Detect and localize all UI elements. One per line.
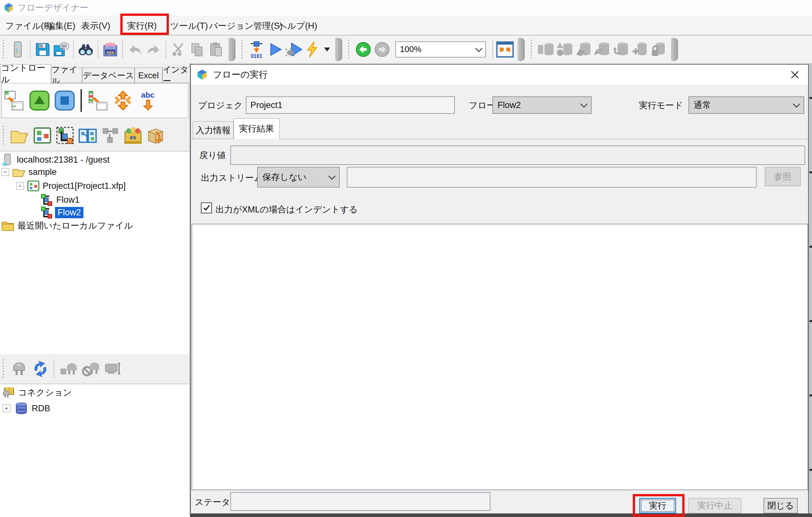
editor-scrollbar-sliver[interactable] bbox=[809, 63, 812, 517]
tree-server-row[interactable]: localhost:21381 - /guest bbox=[2, 153, 110, 166]
db-tool-3-button[interactable] bbox=[574, 39, 593, 60]
text-extract-tool[interactable]: abc bbox=[136, 88, 161, 114]
system-variables-button[interactable]: sys bbox=[101, 39, 120, 60]
browse-button[interactable]: 参照 bbox=[765, 167, 801, 186]
db-tool-5-button[interactable] bbox=[611, 39, 630, 60]
connection-rdb-row[interactable]: RDB bbox=[3, 402, 50, 415]
split-tool[interactable] bbox=[110, 88, 136, 114]
copy-button[interactable] bbox=[187, 39, 206, 60]
run-output-area[interactable] bbox=[192, 224, 808, 490]
tree-sample-row[interactable]: sample bbox=[1, 167, 57, 177]
flow-combo[interactable]: Flow2 bbox=[492, 96, 592, 114]
control-palette: abc bbox=[1, 83, 188, 118]
folder-closed-icon bbox=[1, 220, 14, 231]
connect-rename-button[interactable] bbox=[102, 357, 125, 381]
redo-button[interactable] bbox=[144, 39, 163, 60]
palette-tab-database[interactable]: データベース bbox=[82, 68, 135, 83]
menu-edit[interactable]: 編集(E) bbox=[46, 20, 76, 32]
tree-view-button[interactable] bbox=[99, 123, 122, 148]
undo-icon bbox=[126, 42, 143, 57]
deploy-button[interactable] bbox=[144, 123, 167, 148]
open-project-button[interactable] bbox=[8, 123, 31, 148]
server-button[interactable] bbox=[8, 39, 27, 60]
tab-input-info[interactable]: 入力情報 bbox=[193, 121, 234, 139]
menu-version[interactable]: バージョン管理(S) bbox=[209, 20, 283, 32]
menu-run[interactable]: 実行(R) bbox=[127, 20, 156, 32]
db-tool-4-button[interactable] bbox=[593, 39, 611, 60]
find-button[interactable] bbox=[76, 39, 95, 60]
menu-tools[interactable]: ツール(T) bbox=[170, 20, 208, 32]
status-field[interactable] bbox=[230, 492, 490, 511]
quick-run-button[interactable] bbox=[303, 39, 322, 60]
find-icon bbox=[77, 42, 94, 57]
forward-button[interactable] bbox=[373, 39, 392, 60]
db-tool-6-button[interactable] bbox=[630, 39, 649, 60]
connect-button[interactable] bbox=[8, 357, 30, 381]
menu-view[interactable]: 表示(V) bbox=[81, 20, 110, 32]
back-button[interactable] bbox=[354, 39, 373, 60]
table-copy-icon bbox=[4, 90, 25, 111]
menu-file[interactable]: ファイル(F) bbox=[5, 20, 52, 32]
run-button-toolbar[interactable] bbox=[266, 39, 285, 60]
open-flow-button[interactable] bbox=[76, 123, 99, 148]
cut-button[interactable] bbox=[169, 39, 187, 60]
tree-recent-row[interactable]: 最近開いたローカルファイル bbox=[1, 220, 133, 232]
collapse-icon[interactable] bbox=[1, 168, 9, 176]
record-table-icon bbox=[87, 90, 108, 111]
record-table-tool[interactable] bbox=[85, 88, 110, 114]
start-node-tool[interactable] bbox=[27, 88, 52, 114]
indent-checkbox[interactable] bbox=[201, 203, 212, 213]
quick-run-dropdown[interactable] bbox=[322, 39, 332, 60]
end-node-tool[interactable] bbox=[52, 88, 77, 114]
tab-run-result[interactable]: 実行結果 bbox=[234, 118, 280, 139]
mode-combo[interactable]: 通常 bbox=[689, 96, 804, 114]
stream-path-field[interactable] bbox=[347, 167, 757, 187]
main-toolbar: sys 0101 100% bbox=[0, 36, 812, 64]
palette-tab-excel[interactable]: Excel bbox=[135, 68, 163, 83]
tree-nodes-icon bbox=[101, 127, 119, 144]
undo-button[interactable] bbox=[125, 39, 144, 60]
tree-flow1-row[interactable]: Flow1 bbox=[40, 194, 80, 206]
db-tool-7-button[interactable] bbox=[649, 39, 668, 60]
db-tool-1-button[interactable] bbox=[536, 39, 555, 60]
menu-help[interactable]: ヘルプ(H) bbox=[278, 20, 317, 32]
connect-save-button[interactable] bbox=[57, 357, 80, 381]
collapse-icon[interactable] bbox=[16, 182, 24, 190]
zoom-combo[interactable]: 100% bbox=[395, 41, 486, 58]
dialog-close-button[interactable] bbox=[787, 67, 802, 82]
dialog-bottom-edge bbox=[190, 513, 812, 517]
tree-flow2-row[interactable]: Flow2 bbox=[40, 206, 84, 219]
palette-tab-file[interactable]: ファイル bbox=[51, 68, 82, 83]
db-alert-icon bbox=[555, 41, 574, 58]
db-tool-2-button[interactable] bbox=[555, 39, 574, 60]
abort-button[interactable]: 実行中止 bbox=[688, 498, 742, 513]
db-define-icon bbox=[537, 41, 555, 58]
paste-button[interactable] bbox=[206, 39, 225, 60]
return-value-field[interactable] bbox=[230, 146, 805, 165]
stream-mode-combo[interactable]: 保存しない bbox=[257, 167, 340, 187]
toolbar-group-end bbox=[335, 38, 342, 61]
compile-icon: 0101 bbox=[248, 40, 265, 59]
refresh-button[interactable] bbox=[30, 357, 51, 381]
save-as-button[interactable] bbox=[52, 39, 70, 60]
save-button[interactable] bbox=[33, 39, 52, 60]
palette-tab-interface[interactable]: インター bbox=[163, 68, 190, 83]
select-nodes-button[interactable] bbox=[54, 123, 76, 148]
table-copy-tool[interactable] bbox=[2, 88, 27, 114]
tree-project-row[interactable]: Project1[Project1.xfp] bbox=[16, 180, 126, 191]
expand-icon[interactable] bbox=[3, 404, 10, 412]
connection-root-label: コネクション bbox=[18, 387, 72, 398]
rename-icon bbox=[104, 361, 123, 377]
compile-button[interactable]: 0101 bbox=[247, 39, 266, 60]
run-button[interactable]: 実行 bbox=[639, 498, 676, 513]
close-button[interactable]: 閉じる bbox=[763, 498, 798, 513]
new-form-button[interactable] bbox=[31, 123, 54, 148]
debug-run-button[interactable] bbox=[285, 39, 303, 60]
extensions-button[interactable]: ex bbox=[122, 123, 144, 148]
server-icon bbox=[11, 41, 25, 58]
project-field[interactable]: Project1 bbox=[246, 96, 455, 114]
palette-tab-control[interactable]: コントロール bbox=[1, 64, 51, 83]
connection-root-row[interactable]: コネクション bbox=[2, 387, 72, 398]
fit-view-button[interactable] bbox=[496, 39, 514, 60]
connect-disable-button[interactable] bbox=[80, 357, 102, 381]
